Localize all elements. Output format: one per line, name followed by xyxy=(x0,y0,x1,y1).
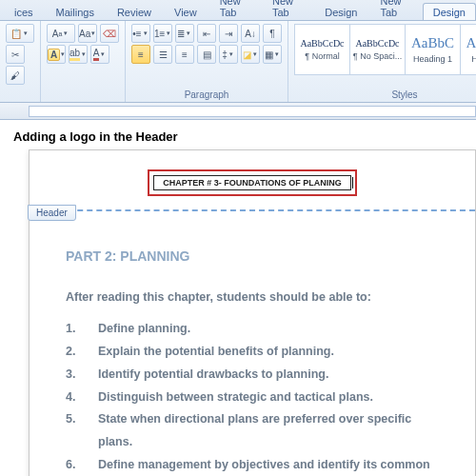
paste-button[interactable]: 📋▾ xyxy=(6,24,34,43)
list-item: 5.State when directional plans are prefe… xyxy=(66,408,448,454)
style-heading2[interactable]: AaBbC Heading xyxy=(460,24,476,75)
style-normal[interactable]: AaBbCcDc ¶ Normal xyxy=(294,24,349,75)
tab-design-2[interactable]: Design xyxy=(423,3,476,20)
style-nospacing[interactable]: AaBbCcDc ¶ No Spaci... xyxy=(349,24,405,75)
list-item: 1.Define planning. xyxy=(66,318,448,341)
page[interactable]: CHAPTER # 3- FOUNDATIONS OF PLANING Head… xyxy=(29,149,476,476)
text-effects-button[interactable]: A▾ xyxy=(47,45,66,64)
styles-gallery[interactable]: AaBbCcDc ¶ Normal AaBbCcDc ¶ No Spaci...… xyxy=(294,24,476,75)
header-text-field[interactable]: CHAPTER # 3- FOUNDATIONS OF PLANING xyxy=(153,175,351,190)
shading-button[interactable]: ◪▾ xyxy=(241,45,260,64)
sort-button[interactable]: A↓ xyxy=(241,24,260,43)
ribbon-tabs: ices Mailings Review View New Tab New Ta… xyxy=(0,0,476,21)
group-clipboard: 📋▾ ✂ 🖌 xyxy=(0,21,41,102)
tab-references[interactable]: ices xyxy=(4,3,44,20)
cut-button[interactable]: ✂ xyxy=(6,45,25,64)
part-heading: PART 2: PLANNING xyxy=(66,244,448,269)
increase-indent-button[interactable]: ⇥ xyxy=(219,24,238,43)
list-item: 3.Identify potential drawbacks to planni… xyxy=(66,364,448,387)
group-font: Aa▾ Aa▾ ⌫ A▾ ab▾ A▾ xyxy=(41,21,126,102)
group-label xyxy=(47,99,119,100)
group-paragraph: •≡▾ 1≡▾ ≣▾ ⇤ ⇥ A↓ ¶ ≡ ☰ ≡ ▤ ‡▾ ◪▾ ▦▾ Par… xyxy=(126,21,288,102)
borders-button[interactable]: ▦▾ xyxy=(263,45,282,64)
document-area: CHAPTER # 3- FOUNDATIONS OF PLANING Head… xyxy=(0,149,476,476)
tab-newtab-1[interactable]: New Tab xyxy=(209,0,260,20)
text-cursor xyxy=(352,177,353,188)
paragraph-group-label: Paragraph xyxy=(131,89,282,100)
highlight-button[interactable]: ab▾ xyxy=(69,45,88,64)
styles-group-label: Styles xyxy=(294,89,476,100)
clear-formatting-button[interactable]: ⌫ xyxy=(100,24,119,43)
tab-review[interactable]: Review xyxy=(107,3,162,20)
intro-text: After reading this chapter, students sho… xyxy=(66,287,448,309)
ruler[interactable] xyxy=(0,103,476,120)
align-left-button[interactable]: ≡ xyxy=(131,45,150,64)
justify-button[interactable]: ▤ xyxy=(197,45,216,64)
list-item: 2.Explain the potential benefits of plan… xyxy=(66,341,448,364)
align-center-button[interactable]: ☰ xyxy=(153,45,172,64)
tab-mailings[interactable]: Mailings xyxy=(46,3,105,20)
multilevel-button[interactable]: ≣▾ xyxy=(175,24,194,43)
decrease-indent-button[interactable]: ⇤ xyxy=(197,24,216,43)
show-marks-button[interactable]: ¶ xyxy=(263,24,282,43)
numbering-button[interactable]: 1≡▾ xyxy=(153,24,172,43)
align-right-button[interactable]: ≡ xyxy=(175,45,194,64)
group-label xyxy=(6,99,34,100)
header-region[interactable]: CHAPTER # 3- FOUNDATIONS OF PLANING Head… xyxy=(30,162,475,211)
style-heading1[interactable]: AaBbC Heading 1 xyxy=(405,24,460,75)
format-painter-button[interactable]: 🖌 xyxy=(6,66,25,85)
change-case-button[interactable]: Aa▾ xyxy=(78,24,97,43)
tab-design-1[interactable]: Design xyxy=(314,3,367,20)
numbered-list: 1.Define planning. 2.Explain the potenti… xyxy=(66,318,448,476)
ribbon: 📋▾ ✂ 🖌 Aa▾ Aa▾ ⌫ A▾ ab▾ A▾ xyxy=(0,21,476,103)
document-body[interactable]: PART 2: PLANNING After reading this chap… xyxy=(30,211,475,476)
list-item: 6.Define management by objectives and id… xyxy=(66,454,448,476)
tab-newtab-2[interactable]: New Tab xyxy=(262,0,312,20)
line-spacing-button[interactable]: ‡▾ xyxy=(219,45,238,64)
page-title: Adding a logo in the Header xyxy=(0,120,476,149)
font-size-button[interactable]: Aa▾ xyxy=(47,24,75,43)
header-badge[interactable]: Header xyxy=(28,205,76,221)
font-color-button[interactable]: A▾ xyxy=(90,45,109,64)
bullets-button[interactable]: •≡▾ xyxy=(131,24,150,43)
group-styles: AaBbCcDc ¶ Normal AaBbCcDc ¶ No Spaci...… xyxy=(288,21,476,102)
tab-newtab-3[interactable]: New Tab xyxy=(369,0,420,20)
tab-view[interactable]: View xyxy=(164,3,208,20)
list-item: 4.Distinguish between strategic and tact… xyxy=(66,387,448,409)
header-highlight-box: CHAPTER # 3- FOUNDATIONS OF PLANING xyxy=(148,169,357,196)
